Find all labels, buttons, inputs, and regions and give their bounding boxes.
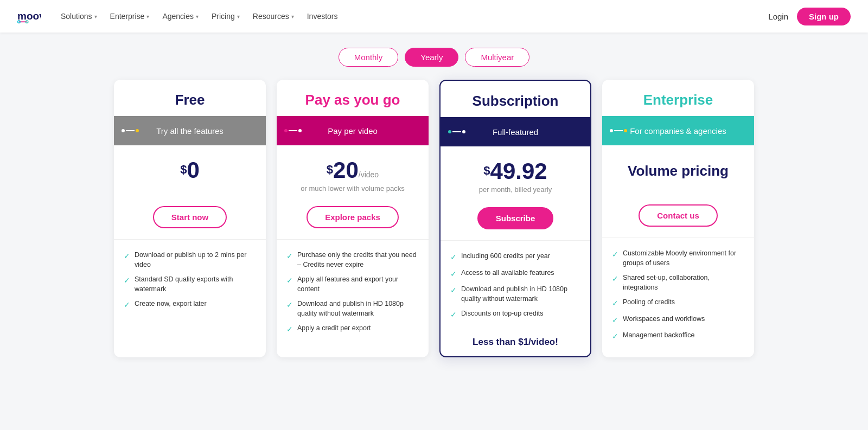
plan-pay-cta[interactable]: Explore packs <box>307 206 399 228</box>
banner-icon-ent <box>610 129 627 132</box>
dot2 <box>624 129 627 132</box>
feature-item: ✓Standard SD quality exports with waterm… <box>124 275 256 294</box>
dot2 <box>136 129 139 132</box>
check-icon: ✓ <box>450 252 457 263</box>
logo-icon: moovly <box>17 8 41 25</box>
plan-pay-price: $ 20 /video <box>327 157 379 183</box>
chevron-down-icon: ▾ <box>94 14 97 20</box>
divider-ent <box>602 238 754 238</box>
check-icon: ✓ <box>286 300 293 311</box>
signup-button[interactable]: Sign up <box>797 8 851 25</box>
check-icon: ✓ <box>450 285 457 296</box>
plan-subscription: Subscription Full-featured $ 49.92 per m… <box>439 80 591 357</box>
nav-item-enterprise[interactable]: Enterprise ▾ <box>110 12 150 21</box>
nav-links: Solutions ▾ Enterprise ▾ Agencies ▾ Pric… <box>61 12 768 21</box>
nav-item-investors[interactable]: Investors <box>307 12 338 21</box>
check-icon: ✓ <box>612 274 618 285</box>
line1 <box>614 130 623 131</box>
plan-ent-price-area: Volume pricing <box>602 145 754 197</box>
nav-right: Login Sign up <box>768 8 851 25</box>
plan-free-cta[interactable]: Start now <box>153 206 227 228</box>
plan-ent-cta[interactable]: Contact us <box>639 204 718 227</box>
plan-free-price-area: $ 0 <box>114 145 266 198</box>
logo[interactable]: moovly <box>17 8 41 25</box>
pricing-area: Free Try all the features $ 0 Start now … <box>81 80 787 379</box>
plan-sub-price-sub: per month, billed yearly <box>449 185 582 195</box>
check-icon: ✓ <box>612 331 618 342</box>
chevron-down-icon: ▾ <box>146 14 149 20</box>
plan-free-price-sub <box>123 184 257 194</box>
toggle-monthly[interactable]: Monthly <box>339 48 399 67</box>
check-icon: ✓ <box>450 269 457 280</box>
feature-item: ✓Purchase only the credits that you need… <box>286 251 419 269</box>
feature-item: ✓Access to all available features <box>450 268 580 280</box>
check-icon: ✓ <box>124 300 130 311</box>
plan-free-banner: Try all the features <box>114 116 266 145</box>
nav-item-solutions[interactable]: Solutions ▾ <box>61 12 97 21</box>
feature-item: ✓Pooling of credits <box>612 298 744 309</box>
plan-pay-price-sub: or much lower with volume packs <box>285 184 420 194</box>
feature-item: ✓Download and publish in HD 1080p qualit… <box>450 285 580 304</box>
plan-ent-price: Volume pricing <box>611 157 745 182</box>
divider-pay <box>277 239 429 240</box>
feature-item: ✓Management backoffice <box>612 331 744 342</box>
nav-item-resources[interactable]: Resources ▾ <box>253 12 294 21</box>
toggle-multiyear[interactable]: Multiyear <box>465 48 529 67</box>
plan-sub-price: $ 49.92 <box>483 158 547 184</box>
plan-pay-price-area: $ 20 /video or much lower with volume pa… <box>277 145 429 198</box>
chevron-down-icon: ▾ <box>196 14 199 20</box>
banner-icon-sub <box>448 130 465 133</box>
toggle-yearly[interactable]: Yearly <box>405 48 458 67</box>
plan-free-price: $ 0 <box>180 157 200 183</box>
feature-item: ✓Workspaces and workflows <box>612 315 744 326</box>
dot1 <box>122 129 125 132</box>
line1 <box>452 131 461 132</box>
plan-ent-features: ✓Customizable Moovly environment for gro… <box>602 245 754 357</box>
plan-free-features: ✓Download or publish up to 2 mins per vi… <box>114 246 266 357</box>
feature-item: ✓Download or publish up to 2 mins per vi… <box>124 251 256 269</box>
nav-item-pricing[interactable]: Pricing ▾ <box>212 12 240 21</box>
dot1 <box>284 129 288 132</box>
plan-pay-banner: Pay per video <box>277 116 429 145</box>
dot2 <box>462 130 465 133</box>
line1 <box>289 130 297 131</box>
plan-sub-footer: Less than $1/video! <box>441 331 590 356</box>
login-button[interactable]: Login <box>768 12 788 21</box>
plan-free-title: Free <box>114 80 266 116</box>
plan-sub-features: ✓Including 600 credits per year ✓Access … <box>441 247 590 331</box>
divider-sub <box>441 240 590 241</box>
check-icon: ✓ <box>124 251 130 262</box>
feature-item: ✓Shared set-up, collaboration, integrati… <box>612 273 744 292</box>
plan-ent-price-sub <box>611 183 745 192</box>
feature-item: ✓Apply a credit per export <box>286 324 419 335</box>
feature-item: ✓Customizable Moovly environment for gro… <box>612 249 744 268</box>
check-icon: ✓ <box>612 315 618 326</box>
nav-item-agencies[interactable]: Agencies ▾ <box>162 12 199 21</box>
plan-pay: Pay as you go Pay per video $ 20 /video … <box>277 80 429 357</box>
feature-item: ✓Download and publish in HD 1080p qualit… <box>286 299 419 318</box>
plan-ent-banner: For companies & agencies <box>602 116 754 145</box>
plan-sub-price-area: $ 49.92 per month, billed yearly <box>441 146 590 200</box>
feature-item: ✓Apply all features and export your cont… <box>286 275 419 294</box>
feature-item: ✓Discounts on top-up credits <box>450 309 580 320</box>
plan-pay-features: ✓Purchase only the credits that you need… <box>277 246 429 357</box>
plan-enterprise: Enterprise For companies & agencies Volu… <box>602 80 754 357</box>
check-icon: ✓ <box>612 249 618 260</box>
plan-ent-title: Enterprise <box>602 80 754 116</box>
chevron-down-icon: ▾ <box>291 14 294 20</box>
line1 <box>126 130 135 131</box>
svg-text:moovly: moovly <box>17 10 41 22</box>
plan-free: Free Try all the features $ 0 Start now … <box>114 80 266 357</box>
check-icon: ✓ <box>450 310 457 320</box>
feature-item: ✓Including 600 credits per year <box>450 252 580 263</box>
banner-icon-free <box>122 129 139 132</box>
billing-toggle: Monthly Yearly Multiyear <box>0 33 868 80</box>
feature-item: ✓Create now, export later <box>124 299 256 311</box>
dot1 <box>610 129 613 132</box>
check-icon: ✓ <box>286 251 293 262</box>
plan-sub-cta[interactable]: Subscribe <box>477 207 554 229</box>
check-icon: ✓ <box>612 298 618 309</box>
plan-sub-banner: Full-featured <box>441 117 590 146</box>
banner-icon-pay <box>284 129 302 132</box>
plan-pay-title: Pay as you go <box>277 80 429 116</box>
